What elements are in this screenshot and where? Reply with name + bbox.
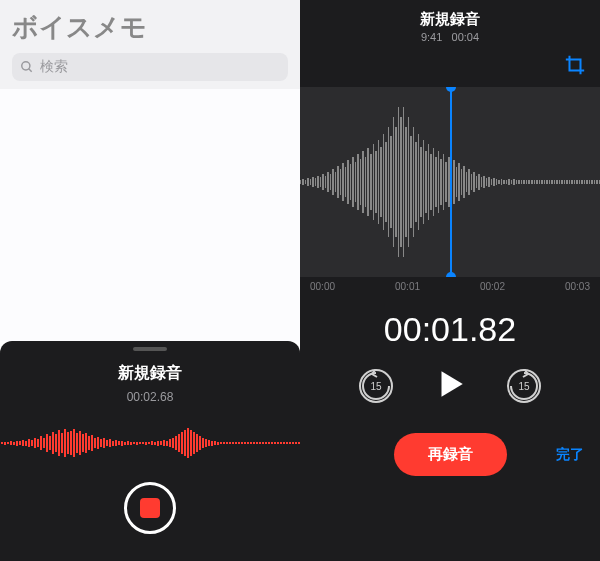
skip-back-15-icon [359,369,393,403]
bottom-controls: 再録音 完了 [300,433,600,476]
sheet-handle[interactable] [133,347,167,351]
ruler-tick: 00:02 [480,281,505,292]
ruler-tick: 00:01 [395,281,420,292]
record-stop-icon [140,498,160,518]
playback-controls: 15 15 [300,367,600,405]
ruler-tick: 00:03 [565,281,590,292]
search-icon [20,60,34,74]
skip-back-15-button[interactable]: 15 [359,369,393,403]
svg-marker-2 [442,371,463,397]
ruler-tick: 00:00 [310,281,335,292]
playback-subtitle: 9:41 00:04 [300,31,600,43]
trim-button[interactable] [564,54,586,80]
recording-sheet: 新規録音 00:02.68 [0,341,300,561]
app-title: ボイスメモ [12,10,288,45]
recording-duration: 00:04 [452,31,480,43]
recording-title: 新規録音 [118,363,182,384]
done-button[interactable]: 完了 [556,446,584,464]
stop-record-button[interactable] [124,482,176,534]
memo-list-empty [0,89,300,341]
clock-time: 9:41 [421,31,442,43]
play-icon [433,367,467,401]
search-input[interactable]: 検索 [12,53,288,81]
left-header: ボイスメモ 検索 [0,0,300,89]
play-button[interactable] [433,367,467,405]
recording-waveform [0,418,300,468]
skip-forward-15-button[interactable]: 15 [507,369,541,403]
skip-forward-15-icon [507,369,541,403]
time-ruler: 00:00 00:01 00:02 00:03 [300,277,600,296]
playback-header: 新規録音 9:41 00:04 [300,0,600,47]
voice-memos-list-panel: ボイスメモ 検索 新規録音 00:02.68 [0,0,300,561]
current-time: 00:01.82 [300,310,600,349]
recording-elapsed: 00:02.68 [127,390,174,404]
rerecord-button[interactable]: 再録音 [394,433,507,476]
svg-point-0 [22,62,30,70]
svg-line-1 [29,69,32,72]
playback-edit-panel: 新規録音 9:41 00:04 00:00 00:01 00:02 00:03 … [300,0,600,561]
crop-icon [564,54,586,76]
search-placeholder: 検索 [40,58,68,76]
playback-waveform[interactable] [300,87,600,277]
playback-title: 新規録音 [300,10,600,29]
